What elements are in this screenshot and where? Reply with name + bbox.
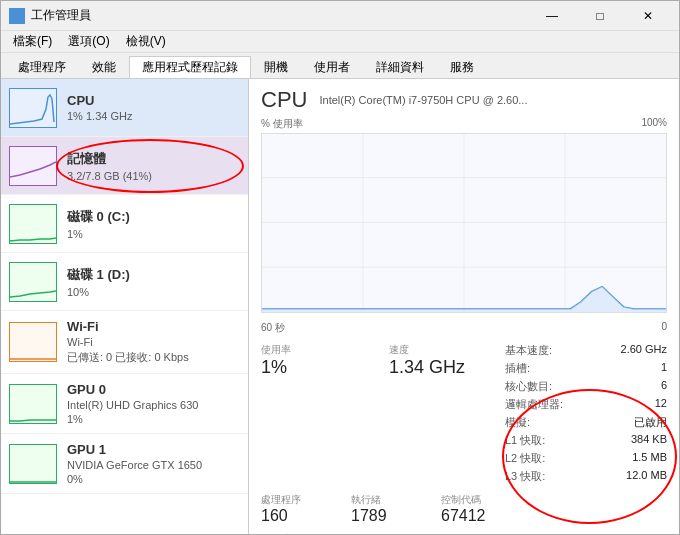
resource-item-cpu[interactable]: CPU 1% 1.34 GHz — [1, 79, 248, 137]
chart-y-label: % 使用率 — [261, 117, 303, 131]
processes-stat: 處理程序 160 — [261, 493, 341, 525]
cores-label: 核心數目: — [505, 379, 552, 394]
tab-details[interactable]: 詳細資料 — [363, 56, 437, 78]
svg-rect-0 — [11, 10, 16, 15]
uptime-label: 運作時間 — [261, 533, 301, 534]
disk1-thumbnail — [9, 262, 57, 302]
l2-label: L2 快取: — [505, 451, 545, 466]
l3-row: L3 快取: 12.0 MB — [505, 469, 667, 484]
processes-label: 處理程序 — [261, 493, 341, 507]
l1-row: L1 快取: 384 KB — [505, 433, 667, 448]
memory-thumbnail — [9, 146, 57, 186]
svg-rect-9 — [10, 385, 56, 423]
speed-value: 1.34 GHz — [389, 357, 497, 379]
gpu1-detail2: 0% — [67, 473, 240, 485]
cores-row: 核心數目: 6 — [505, 379, 667, 394]
disk0-thumbnail — [9, 204, 57, 244]
resource-item-gpu1[interactable]: GPU 1 NVIDIA GeForce GTX 1650 0% — [1, 434, 248, 494]
tab-bar: 處理程序 效能 應用程式歷程記錄 開機 使用者 詳細資料 服務 — [1, 53, 679, 79]
gpu0-name: GPU 0 — [67, 382, 240, 397]
svg-rect-7 — [10, 263, 56, 301]
title-bar: 工作管理員 — □ ✕ — [1, 1, 679, 31]
processes-value: 160 — [261, 507, 341, 525]
time-right: 0 — [661, 321, 667, 335]
cpu-name: CPU — [67, 93, 240, 108]
l1-label: L1 快取: — [505, 433, 545, 448]
disk0-name: 磁碟 0 (C:) — [67, 208, 240, 226]
cpu-thumbnail — [9, 88, 57, 128]
threads-stat: 執行緒 1789 — [351, 493, 431, 525]
wifi-info: Wi-Fi Wi-Fi 已傳送: 0 已接收: 0 Kbps — [67, 319, 240, 365]
resource-item-gpu0[interactable]: GPU 0 Intel(R) UHD Graphics 630 1% — [1, 374, 248, 434]
window-controls: — □ ✕ — [529, 1, 671, 31]
speed-label: 速度 — [389, 343, 497, 357]
gpu0-info: GPU 0 Intel(R) UHD Graphics 630 1% — [67, 382, 240, 425]
wifi-detail2: 已傳送: 0 已接收: 0 Kbps — [67, 350, 240, 365]
disk0-detail: 1% — [67, 228, 240, 240]
l1-value: 384 KB — [631, 433, 667, 448]
resource-item-disk1[interactable]: 磁碟 1 (D:) 10% — [1, 253, 248, 311]
tab-users[interactable]: 使用者 — [301, 56, 363, 78]
gpu0-detail2: 1% — [67, 413, 240, 425]
speed-stat: 速度 1.34 GHz — [389, 343, 497, 487]
specs-panel: 基本速度: 2.60 GHz 插槽: 1 核心數目: 6 邏輯處理器: 12 — [497, 343, 667, 487]
right-panel-title: CPU — [261, 87, 307, 113]
chart-time-labels: 60 秒 0 — [261, 321, 667, 335]
handles-value: 67412 — [441, 507, 521, 525]
sockets-value: 1 — [661, 361, 667, 376]
disk1-name: 磁碟 1 (D:) — [67, 266, 240, 284]
task-manager-window: 工作管理員 — □ ✕ 檔案(F) 選項(O) 檢視(V) 處理程序 效能 應用… — [0, 0, 680, 535]
memory-name: 記憶體 — [67, 150, 240, 168]
logical-value: 12 — [655, 397, 667, 412]
usage-stat: 使用率 1% — [261, 343, 369, 487]
sockets-label: 插槽: — [505, 361, 530, 376]
minimize-button[interactable]: — — [529, 1, 575, 31]
svg-rect-6 — [10, 205, 56, 243]
main-content: CPU 1% 1.34 GHz 記憶體 3.2/7.8 GB (41%) — [1, 79, 679, 534]
gpu1-thumbnail — [9, 444, 57, 484]
base-speed-row: 基本速度: 2.60 GHz — [505, 343, 667, 358]
disk0-info: 磁碟 0 (C:) 1% — [67, 208, 240, 240]
svg-rect-2 — [11, 17, 16, 22]
menu-options[interactable]: 選項(O) — [60, 31, 117, 52]
usage-label: 使用率 — [261, 343, 369, 357]
memory-info: 記憶體 3.2/7.8 GB (41%) — [67, 150, 240, 182]
window-title: 工作管理員 — [31, 7, 529, 24]
tab-processes[interactable]: 處理程序 — [5, 56, 79, 78]
close-button[interactable]: ✕ — [625, 1, 671, 31]
wifi-name: Wi-Fi — [67, 319, 240, 334]
time-left: 60 秒 — [261, 321, 285, 335]
l2-row: L2 快取: 1.5 MB — [505, 451, 667, 466]
l2-value: 1.5 MB — [632, 451, 667, 466]
resource-item-disk0[interactable]: 磁碟 0 (C:) 1% — [1, 195, 248, 253]
resource-item-wifi[interactable]: Wi-Fi Wi-Fi 已傳送: 0 已接收: 0 Kbps — [1, 311, 248, 374]
disk1-info: 磁碟 1 (D:) 10% — [67, 266, 240, 298]
maximize-button[interactable]: □ — [577, 1, 623, 31]
virt-label: 模擬: — [505, 415, 530, 430]
tab-performance[interactable]: 效能 — [79, 56, 129, 78]
sockets-row: 插槽: 1 — [505, 361, 667, 376]
menu-view[interactable]: 檢視(V) — [118, 31, 174, 52]
menu-file[interactable]: 檔案(F) — [5, 31, 60, 52]
logical-label: 邏輯處理器: — [505, 397, 563, 412]
uptime-stat: 運作時間 0:01:29:20 — [261, 531, 461, 534]
disk1-detail: 10% — [67, 286, 240, 298]
tab-app-history[interactable]: 應用程式歷程記錄 — [129, 56, 251, 78]
handles-stat: 控制代碼 67412 — [441, 493, 521, 525]
memory-detail: 3.2/7.8 GB (41%) — [67, 170, 240, 182]
cpu-chart — [261, 133, 667, 313]
handles-label: 控制代碼 — [441, 493, 521, 507]
gpu0-thumbnail — [9, 384, 57, 424]
logical-row: 邏輯處理器: 12 — [505, 397, 667, 412]
gpu1-info: GPU 1 NVIDIA GeForce GTX 1650 0% — [67, 442, 240, 485]
svg-rect-3 — [18, 17, 23, 22]
wifi-thumbnail — [9, 322, 57, 362]
resource-item-memory[interactable]: 記憶體 3.2/7.8 GB (41%) — [1, 137, 248, 195]
tab-startup[interactable]: 開機 — [251, 56, 301, 78]
gpu0-detail1: Intel(R) UHD Graphics 630 — [67, 399, 240, 411]
base-speed-label: 基本速度: — [505, 343, 552, 358]
tab-services[interactable]: 服務 — [437, 56, 487, 78]
chart-y-max: 100% — [641, 117, 667, 131]
svg-rect-10 — [10, 445, 56, 483]
threads-label: 執行緒 — [351, 493, 431, 507]
